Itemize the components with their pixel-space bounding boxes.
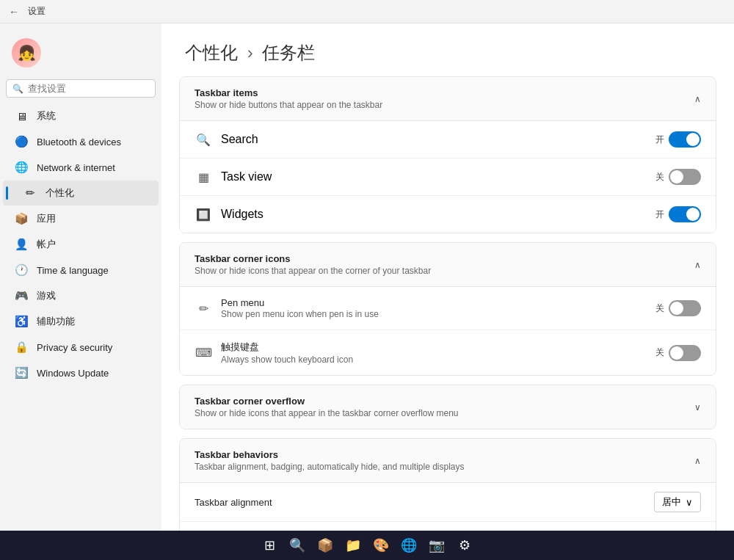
toggle-search[interactable] — [669, 131, 701, 148]
taskbar-items-header[interactable]: Taskbar items Show or hide buttons that … — [180, 77, 716, 121]
row-icon: 🔍 — [195, 133, 212, 147]
search-box[interactable]: 🔍 — [6, 79, 156, 98]
taskbar-behaviors-chevron: ∧ — [694, 456, 701, 466]
toggle-thumb — [670, 346, 683, 360]
corner-toggle-Pen menu[interactable] — [669, 300, 701, 316]
taskbar-behaviors-title: Taskbar behaviors — [195, 449, 465, 460]
taskbar-bottom-icon-3[interactable]: 📁 — [341, 534, 365, 557]
taskbar-overflow-section: Taskbar corner overflow Show or hide ico… — [179, 385, 716, 429]
row-icon: ▦ — [195, 170, 212, 184]
taskbar-behaviors-header[interactable]: Taskbar behaviors Taskbar alignment, bad… — [180, 439, 716, 483]
sidebar: 👧 🔍 🖥系统🔵Bluetooth & devices🌐Network & in… — [0, 23, 161, 531]
back-button[interactable]: ← — [9, 6, 19, 18]
taskbar-bottom-icon-6[interactable]: 📷 — [425, 534, 448, 557]
active-indicator — [6, 186, 8, 200]
status-label: 开 — [655, 208, 664, 221]
taskbar-corner-chevron: ∧ — [694, 260, 701, 270]
sidebar-item-update[interactable]: 🔄Windows Update — [3, 360, 159, 385]
corner-sublabel: Always show touch keyboard icon — [221, 354, 647, 365]
taskbar-corner-subtitle: Show or hide icons that appear on the co… — [195, 266, 431, 276]
taskbar-overflow-header[interactable]: Taskbar corner overflow Show or hide ico… — [180, 385, 716, 429]
corner-item-Pen menu: ✏ Pen menu Show pen menu icon when pen i… — [180, 287, 716, 330]
sidebar-nav: 🖥系统🔵Bluetooth & devices🌐Network & intern… — [0, 103, 161, 385]
sidebar-label-personalization: 个性化 — [46, 186, 74, 200]
taskbar-corner-title: Taskbar corner icons — [195, 253, 431, 264]
taskbar-item-task-view: ▦ Task view 关 — [180, 159, 716, 196]
taskbar-bottom-icon-7[interactable]: ⚙ — [453, 534, 476, 557]
sidebar-label-gaming: 游戏 — [37, 289, 56, 302]
corner-text: 触摸键盘 Always show touch keyboard icon — [221, 341, 647, 365]
sidebar-icon-apps: 📦 — [15, 212, 28, 225]
sidebar-label-accessibility: 辅助功能 — [37, 315, 75, 328]
sidebar-icon-time: 🕐 — [15, 263, 28, 277]
sidebar-label-system: 系统 — [37, 109, 56, 123]
alignment-row: Taskbar alignment 居中 ∨ — [180, 483, 716, 522]
alignment-dropdown[interactable]: 居中 ∨ — [654, 492, 701, 512]
corner-label: Pen menu — [221, 297, 647, 308]
toggle-thumb — [670, 170, 683, 183]
sidebar-item-personalization[interactable]: ✏个性化 — [3, 181, 159, 206]
toggle-thumb — [670, 302, 683, 315]
sidebar-label-bluetooth: Bluetooth & devices — [37, 137, 121, 148]
taskbar-items-title: Taskbar items — [195, 87, 382, 98]
taskbar-behaviors-section: Taskbar behaviors Taskbar alignment, bad… — [179, 438, 716, 531]
sidebar-icon-update: 🔄 — [15, 366, 28, 379]
sidebar-item-accounts[interactable]: 👤帐户 — [3, 232, 159, 257]
alignment-label: Taskbar alignment — [195, 497, 654, 508]
sidebar-label-accounts: 帐户 — [37, 238, 56, 251]
taskbar-bottom: ⊞🔍📦📁🎨🌐📷⚙ — [0, 531, 734, 560]
avatar: 👧 — [12, 38, 41, 68]
corner-control: 关 — [655, 345, 701, 361]
sidebar-icon-network: 🌐 — [15, 161, 28, 174]
taskbar-items-chevron: ∧ — [694, 94, 701, 104]
toggle-task view[interactable] — [669, 169, 701, 185]
sidebar-icon-personalization: ✏ — [23, 186, 37, 200]
user-avatar-section: 👧 — [0, 29, 161, 76]
corner-control: 关 — [655, 300, 701, 316]
sidebar-item-bluetooth[interactable]: 🔵Bluetooth & devices — [3, 129, 159, 154]
taskbar-bottom-icon-4[interactable]: 🎨 — [369, 534, 393, 557]
behavior-checkbox-row-0: ✓ Automatically hide the taskbar — [180, 522, 716, 531]
taskbar-corner-header[interactable]: Taskbar corner icons Show or hide icons … — [180, 243, 716, 287]
taskbar-items-section: Taskbar items Show or hide buttons that … — [179, 76, 716, 233]
behavior-checkboxes: ✓ Automatically hide the taskbar ✓ Show … — [180, 522, 716, 531]
row-control: 关 — [655, 169, 701, 185]
corner-icon: ⌨ — [195, 346, 212, 360]
content-area: 个性化 › 任务栏 Taskbar items Show or hide but… — [161, 23, 734, 531]
sidebar-item-system[interactable]: 🖥系统 — [3, 103, 159, 128]
corner-toggle-触摸键盘[interactable] — [669, 345, 701, 361]
sidebar-item-apps[interactable]: 📦应用 — [3, 206, 159, 231]
taskbar-bottom-icon-5[interactable]: 🌐 — [397, 534, 421, 557]
breadcrumb: 个性化 — [185, 43, 238, 62]
sidebar-icon-privacy: 🔒 — [15, 341, 28, 354]
status-label: 关 — [655, 171, 664, 183]
window-title: 设置 — [28, 5, 46, 18]
toggle-widgets[interactable] — [669, 206, 701, 222]
sidebar-item-network[interactable]: 🌐Network & internet — [3, 155, 159, 180]
sidebar-label-time: Time & language — [37, 265, 109, 276]
page-header: 个性化 › 任务栏 — [161, 23, 734, 76]
corner-label: 触摸键盘 — [221, 341, 647, 354]
sidebar-item-time[interactable]: 🕐Time & language — [3, 258, 159, 283]
taskbar-bottom-icon-2[interactable]: 📦 — [313, 534, 337, 557]
sidebar-icon-accessibility: ♿ — [15, 315, 28, 328]
sidebar-item-privacy[interactable]: 🔒Privacy & security — [3, 335, 159, 360]
sidebar-icon-bluetooth: 🔵 — [15, 135, 28, 148]
sidebar-item-gaming[interactable]: 🎮游戏 — [3, 283, 159, 308]
taskbar-corner-icons-section: Taskbar corner icons Show or hide icons … — [179, 242, 716, 376]
taskbar-bottom-icon-1[interactable]: 🔍 — [286, 534, 309, 557]
title-bar: ← 设置 — [0, 0, 734, 23]
search-input[interactable] — [28, 83, 149, 94]
sidebar-label-privacy: Privacy & security — [37, 342, 112, 353]
corner-text: Pen menu Show pen menu icon when pen is … — [221, 297, 647, 319]
row-label: Widgets — [221, 208, 647, 221]
sidebar-label-update: Windows Update — [37, 368, 109, 379]
taskbar-item-search: 🔍 Search 开 — [180, 121, 716, 159]
alignment-value: 居中 — [662, 495, 681, 509]
page-title: 任务栏 — [262, 43, 315, 62]
taskbar-items-subtitle: Show or hide buttons that appear on the … — [195, 100, 382, 110]
taskbar-overflow-chevron: ∨ — [694, 402, 701, 412]
taskbar-bottom-icon-0[interactable]: ⊞ — [258, 534, 281, 557]
breadcrumb-separator: › — [247, 43, 253, 62]
sidebar-item-accessibility[interactable]: ♿辅助功能 — [3, 309, 159, 334]
